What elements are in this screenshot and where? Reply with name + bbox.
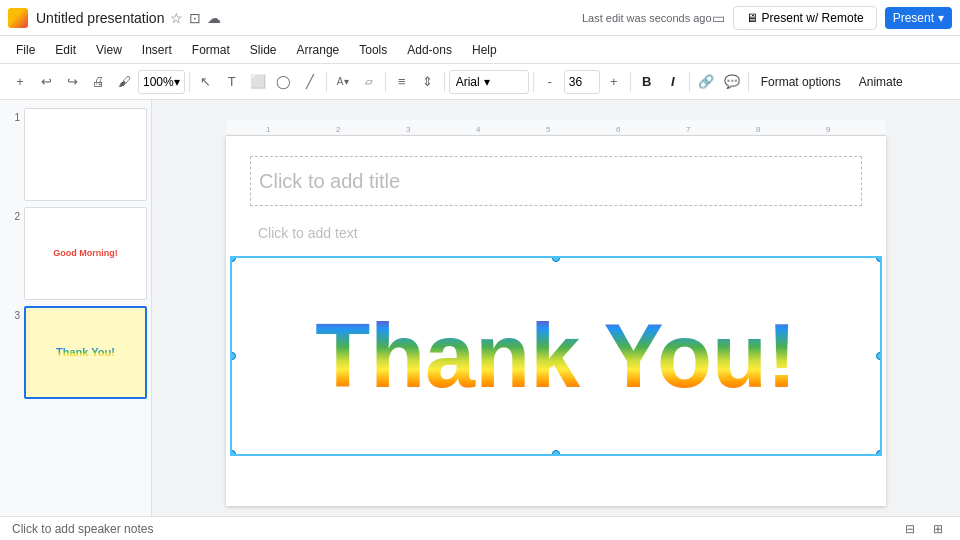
fill-color-button[interactable]: A▾ — [331, 70, 355, 94]
handle-top-middle[interactable] — [552, 256, 560, 262]
separator5 — [533, 72, 534, 92]
handle-middle-right[interactable] — [876, 352, 882, 360]
slide-thumbnail-1[interactable]: 1 — [4, 108, 147, 201]
separator6 — [630, 72, 631, 92]
slide-number-3: 3 — [4, 310, 20, 321]
canvas-area[interactable]: 1 2 3 4 5 6 7 8 9 Click to add title Cli… — [152, 100, 960, 516]
font-select[interactable]: Arial ▾ — [449, 70, 529, 94]
slide-thumbnail-3[interactable]: 3 Thank You! — [4, 306, 147, 399]
slide-2-preview: Good Morning! — [25, 208, 146, 299]
title-right: ▭ 🖥 Present w/ Remote Present ▾ — [712, 6, 952, 30]
present-remote-button[interactable]: 🖥 Present w/ Remote — [733, 6, 877, 30]
comment-button[interactable]: 💬 — [720, 70, 744, 94]
thank-you-text: Thank You! — [315, 311, 797, 401]
link-button[interactable]: 🔗 — [694, 70, 718, 94]
title-placeholder-text: Click to add title — [259, 170, 400, 193]
chevron-down-icon: ▾ — [938, 11, 944, 25]
title-placeholder[interactable]: Click to add title — [250, 156, 862, 206]
speaker-notes-label[interactable]: Click to add speaker notes — [12, 522, 153, 536]
status-bar: Click to add speaker notes ⊟ ⊞ — [0, 516, 960, 540]
menu-edit[interactable]: Edit — [47, 41, 84, 59]
separator2 — [326, 72, 327, 92]
filmstrip-view-button[interactable]: ⊞ — [928, 519, 948, 539]
menu-insert[interactable]: Insert — [134, 41, 180, 59]
font-chevron-icon: ▾ — [484, 75, 490, 89]
menu-file[interactable]: File — [8, 41, 43, 59]
slide-number-2: 2 — [4, 211, 20, 222]
animate-button[interactable]: Animate — [851, 73, 911, 91]
separator — [189, 72, 190, 92]
menu-addons[interactable]: Add-ons — [399, 41, 460, 59]
menu-arrange[interactable]: Arrange — [289, 41, 348, 59]
menu-format[interactable]: Format — [184, 41, 238, 59]
drive-icon[interactable]: ⊡ — [189, 10, 201, 26]
thank-you-textbox[interactable]: Thank You! — [230, 256, 882, 456]
ruler-horizontal: 1 2 3 4 5 6 7 8 9 — [226, 120, 886, 136]
slide-panel: 1 2 Good Morning! 3 Thank You! — [0, 100, 152, 516]
italic-button[interactable]: I — [661, 70, 685, 94]
text-placeholder[interactable]: Click to add text — [250, 218, 862, 248]
slide-3-container[interactable]: Thank You! — [24, 306, 147, 399]
zoom-select[interactable]: 100% ▾ — [138, 70, 185, 94]
shapes-button[interactable]: ◯ — [272, 70, 296, 94]
account-icon[interactable]: ▭ — [712, 10, 725, 26]
slide-2-label: Good Morning! — [53, 248, 117, 258]
slide-1-container[interactable] — [24, 108, 147, 201]
text-button[interactable]: T — [220, 70, 244, 94]
border-color-button[interactable]: ▱ — [357, 70, 381, 94]
monitor-icon: 🖥 — [746, 11, 758, 25]
last-edit-status: Last edit was seconds ago — [582, 12, 712, 24]
slide-number-1: 1 — [4, 112, 20, 123]
new-slide-button[interactable]: + — [8, 70, 32, 94]
text-placeholder-text: Click to add text — [258, 225, 358, 241]
handle-middle-left[interactable] — [230, 352, 236, 360]
format-options-button[interactable]: Format options — [753, 73, 849, 91]
title-bar: Untitled presentation ☆ ⊡ ☁ Last edit wa… — [0, 0, 960, 36]
slide-3-preview: Thank You! — [26, 308, 145, 397]
undo-button[interactable]: ↩ — [34, 70, 58, 94]
separator7 — [689, 72, 690, 92]
slide-3-label: Thank You! — [56, 346, 115, 358]
increase-font-button[interactable]: + — [602, 70, 626, 94]
menu-tools[interactable]: Tools — [351, 41, 395, 59]
slide-2-container[interactable]: Good Morning! — [24, 207, 147, 300]
decrease-font-button[interactable]: - — [538, 70, 562, 94]
align-button[interactable]: ≡ — [390, 70, 414, 94]
slide-1-preview — [25, 109, 146, 200]
separator8 — [748, 72, 749, 92]
status-right: ⊟ ⊞ — [900, 519, 948, 539]
star-icon[interactable]: ☆ — [170, 10, 183, 26]
zoom-chevron-icon: ▾ — [174, 75, 180, 89]
document-title[interactable]: Untitled presentation — [36, 10, 164, 26]
image-button[interactable]: ⬜ — [246, 70, 270, 94]
paint-format-button[interactable]: 🖌 — [112, 70, 136, 94]
separator4 — [444, 72, 445, 92]
slide-thumbnail-2[interactable]: 2 Good Morning! — [4, 207, 147, 300]
spacing-button[interactable]: ⇕ — [416, 70, 440, 94]
menu-slide[interactable]: Slide — [242, 41, 285, 59]
present-button[interactable]: Present ▾ — [885, 7, 952, 29]
separator3 — [385, 72, 386, 92]
grid-view-button[interactable]: ⊟ — [900, 519, 920, 539]
title-icons: ☆ ⊡ ☁ — [170, 10, 221, 26]
menu-view[interactable]: View — [88, 41, 130, 59]
menu-help[interactable]: Help — [464, 41, 505, 59]
cursor-button[interactable]: ↖ — [194, 70, 218, 94]
slide-canvas[interactable]: Click to add title Click to add text Tha… — [226, 136, 886, 506]
print-button[interactable]: 🖨 — [86, 70, 110, 94]
app-logo — [8, 8, 28, 28]
bold-button[interactable]: B — [635, 70, 659, 94]
scroll-area — [526, 514, 586, 516]
handle-top-left[interactable] — [230, 256, 236, 262]
handle-bottom-left[interactable] — [230, 450, 236, 456]
redo-button[interactable]: ↪ — [60, 70, 84, 94]
menu-bar: File Edit View Insert Format Slide Arran… — [0, 36, 960, 64]
toolbar: + ↩ ↪ 🖨 🖌 100% ▾ ↖ T ⬜ ◯ ╱ A▾ ▱ ≡ ⇕ Aria… — [0, 64, 960, 100]
handle-top-right[interactable] — [876, 256, 882, 262]
line-button[interactable]: ╱ — [298, 70, 322, 94]
handle-bottom-right[interactable] — [876, 450, 882, 456]
cloud-icon[interactable]: ☁ — [207, 10, 221, 26]
handle-bottom-middle[interactable] — [552, 450, 560, 456]
font-size-input[interactable]: 36 — [564, 70, 600, 94]
